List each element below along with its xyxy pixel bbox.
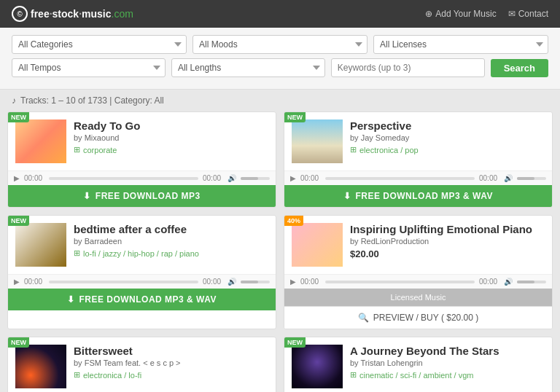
track-title: A Journey Beyond The Stars bbox=[350, 345, 545, 357]
header: © free·stock·music.com ⊕ Add Your Music … bbox=[0, 0, 560, 28]
time-end: 00:00 bbox=[203, 174, 223, 182]
track-title: Perspective bbox=[350, 119, 545, 132]
volume-fill bbox=[517, 281, 534, 283]
filters-row-2: All Tempos All Lengths Search bbox=[12, 58, 548, 77]
progress-track[interactable] bbox=[49, 281, 198, 283]
tempos-select[interactable]: All Tempos bbox=[12, 58, 166, 77]
plus-icon: ⊕ bbox=[425, 9, 432, 19]
track-top: NEW Perspective by Jay Someday ⊞ electro… bbox=[284, 112, 552, 170]
add-music-link[interactable]: ⊕ Add Your Music bbox=[425, 9, 496, 19]
licenses-select[interactable]: All Licenses bbox=[373, 35, 548, 54]
tag-icon: ⊞ bbox=[74, 145, 80, 154]
volume-fill bbox=[517, 177, 534, 180]
track-card: NEW Bittersweet by FSM Team feat. < e s … bbox=[7, 337, 276, 392]
player-bar: ▶ 00:00 00:00 🔊 bbox=[8, 274, 276, 289]
track-tags: ⊞ lo-fi / jazzy / hip-hop / rap / piano bbox=[74, 248, 268, 258]
categories-select[interactable]: All Categories bbox=[12, 35, 187, 54]
track-artist: by FSM Team feat. < e s c p > bbox=[74, 358, 268, 367]
keyword-input[interactable] bbox=[331, 58, 485, 77]
track-top: NEW Ready To Go by Mixaound ⊞ corporate bbox=[8, 112, 276, 170]
preview-button[interactable]: 🔍 PREVIEW / BUY ( $20.00 ) bbox=[284, 306, 552, 329]
new-badge: NEW bbox=[8, 216, 29, 226]
track-info: A Journey Beyond The Stars by Tristan Lo… bbox=[350, 345, 545, 380]
track-tags: ⊞ electronica / pop bbox=[350, 145, 545, 154]
filters-row-1: All Categories All Moods All Licenses bbox=[12, 35, 548, 54]
track-title: Ready To Go bbox=[74, 119, 268, 132]
track-card: NEW bedtime after a coffee by Barradeen … bbox=[7, 215, 276, 329]
logo-icon: © bbox=[12, 6, 28, 22]
volume-bar[interactable] bbox=[517, 281, 546, 283]
track-thumbnail bbox=[15, 345, 66, 388]
track-card: NEW Ready To Go by Mixaound ⊞ corporate … bbox=[7, 111, 276, 208]
track-artist: by RedLionProduction bbox=[350, 237, 545, 246]
volume-bar[interactable] bbox=[517, 177, 546, 180]
contact-link[interactable]: ✉ Contact bbox=[508, 9, 548, 19]
licensed-bar: Licensed Music bbox=[284, 289, 552, 306]
time-end: 00:00 bbox=[479, 174, 499, 182]
track-title: Inspiring Uplifting Emotional Piano bbox=[350, 223, 545, 235]
track-top: NEW Bittersweet by FSM Team feat. < e s … bbox=[8, 337, 276, 392]
new-badge: NEW bbox=[8, 112, 29, 122]
play-button[interactable]: ▶ bbox=[14, 174, 20, 182]
search-icon: 🔍 bbox=[358, 313, 369, 323]
track-title: Bittersweet bbox=[74, 345, 268, 357]
header-actions: ⊕ Add Your Music ✉ Contact bbox=[425, 9, 548, 19]
time-display: 00:00 bbox=[24, 174, 44, 182]
download-button[interactable]: ⬇ FREE DOWNLOAD MP3 bbox=[8, 185, 276, 207]
track-info: bedtime after a coffee by Barradeen ⊞ lo… bbox=[74, 223, 268, 258]
track-top: NEW bedtime after a coffee by Barradeen … bbox=[8, 216, 276, 274]
track-info: Ready To Go by Mixaound ⊞ corporate bbox=[74, 119, 268, 154]
tag-icon: ⊞ bbox=[350, 370, 357, 380]
download-button[interactable]: ⬇ FREE DOWNLOAD MP3 & WAV bbox=[8, 289, 276, 310]
download-icon: ⬇ bbox=[83, 191, 91, 201]
track-card: NEW Perspective by Jay Someday ⊞ electro… bbox=[284, 111, 553, 208]
tag-icon: ⊞ bbox=[350, 145, 357, 154]
play-button[interactable]: ▶ bbox=[290, 174, 296, 182]
volume-bar[interactable] bbox=[241, 177, 270, 180]
track-price: $20.00 bbox=[350, 248, 545, 259]
tag-icon: ⊞ bbox=[74, 370, 80, 380]
volume-fill bbox=[241, 177, 258, 180]
player-bar: ▶ 00:00 00:00 🔊 bbox=[8, 170, 276, 185]
volume-fill bbox=[241, 281, 258, 283]
play-button[interactable]: ▶ bbox=[14, 278, 20, 286]
track-info: Bittersweet by FSM Team feat. < e s c p … bbox=[74, 345, 268, 380]
track-thumbnail bbox=[292, 345, 343, 388]
track-tags: ⊞ corporate bbox=[74, 145, 268, 154]
time-end: 00:00 bbox=[479, 278, 499, 286]
tracks-grid: NEW Ready To Go by Mixaound ⊞ corporate … bbox=[0, 111, 560, 392]
track-card: 40% Inspiring Uplifting Emotional Piano … bbox=[284, 215, 553, 329]
track-tags: ⊞ electronica / lo-fi bbox=[74, 370, 268, 380]
moods-select[interactable]: All Moods bbox=[192, 35, 368, 54]
progress-track[interactable] bbox=[49, 177, 198, 180]
track-top: NEW A Journey Beyond The Stars by Trista… bbox=[284, 337, 552, 392]
envelope-icon: ✉ bbox=[508, 9, 516, 19]
volume-icon: 🔊 bbox=[228, 278, 236, 286]
play-button[interactable]: ▶ bbox=[290, 278, 296, 286]
volume-bar[interactable] bbox=[241, 281, 270, 283]
track-thumbnail bbox=[15, 119, 66, 163]
download-button[interactable]: ⬇ FREE DOWNLOAD MP3 & WAV bbox=[284, 185, 552, 207]
filters-bar: All Categories All Moods All Licenses Al… bbox=[0, 28, 560, 90]
sale-badge: 40% bbox=[284, 216, 303, 226]
track-info: Perspective by Jay Someday ⊞ electronica… bbox=[350, 119, 545, 154]
lengths-select[interactable]: All Lengths bbox=[171, 58, 325, 77]
progress-track[interactable] bbox=[325, 281, 475, 283]
track-thumbnail bbox=[292, 223, 343, 267]
progress-track[interactable] bbox=[325, 177, 475, 180]
new-badge: NEW bbox=[8, 337, 29, 348]
track-tags: ⊞ cinematic / sci-fi / ambient / vgm bbox=[350, 370, 545, 380]
track-thumbnail bbox=[15, 223, 66, 267]
time-display: 00:00 bbox=[24, 278, 44, 286]
volume-icon: 🔊 bbox=[504, 278, 513, 286]
download-icon: ⬇ bbox=[343, 191, 351, 201]
tag-icon: ⊞ bbox=[74, 248, 80, 258]
track-artist: by Jay Someday bbox=[350, 133, 545, 142]
time-display: 00:00 bbox=[300, 278, 321, 286]
player-bar: ▶ 00:00 00:00 🔊 bbox=[284, 274, 552, 289]
volume-icon: 🔊 bbox=[228, 174, 236, 182]
track-card: NEW A Journey Beyond The Stars by Trista… bbox=[284, 337, 553, 392]
search-button[interactable]: Search bbox=[491, 59, 548, 77]
track-info: Inspiring Uplifting Emotional Piano by R… bbox=[350, 223, 545, 259]
track-thumbnail bbox=[292, 119, 343, 163]
